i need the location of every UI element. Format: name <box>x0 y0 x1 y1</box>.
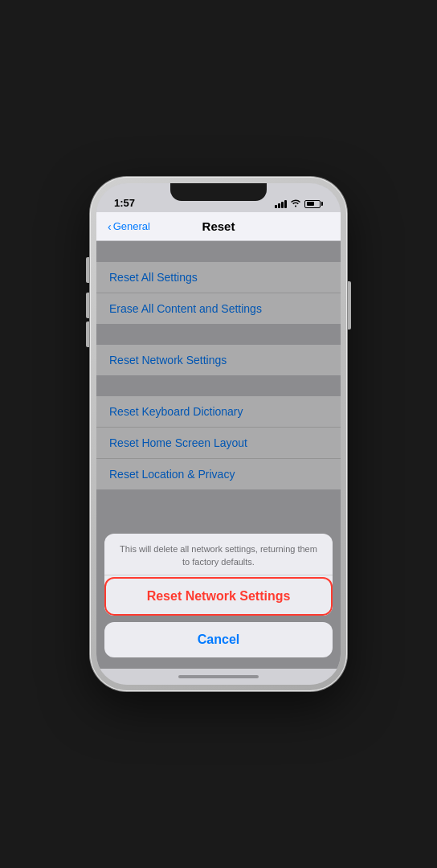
action-sheet: This will delete all network settings, r… <box>96 527 341 669</box>
signal-icon <box>275 200 287 208</box>
action-sheet-message: This will delete all network settings, r… <box>104 534 333 575</box>
back-label: General <box>113 220 150 232</box>
action-sheet-card: This will delete all network settings, r… <box>104 534 333 616</box>
phone-frame: 1:57 <box>90 177 347 691</box>
home-bar <box>178 675 259 678</box>
back-button[interactable]: ‹ General <box>108 220 150 233</box>
wifi-icon <box>290 199 301 209</box>
battery-icon <box>304 200 323 208</box>
status-time: 1:57 <box>114 197 135 209</box>
notch <box>170 183 267 201</box>
cancel-button[interactable]: Cancel <box>104 622 333 657</box>
home-indicator <box>96 669 341 685</box>
page-title: Reset <box>202 219 235 233</box>
confirm-reset-network-button[interactable]: Reset Network Settings <box>104 577 333 616</box>
phone-screen: 1:57 <box>96 183 341 685</box>
status-icons <box>275 199 323 209</box>
back-chevron-icon: ‹ <box>108 220 112 233</box>
content-area: Reset All Settings Erase All Content and… <box>96 241 341 669</box>
navigation-bar: ‹ General Reset <box>96 212 341 241</box>
